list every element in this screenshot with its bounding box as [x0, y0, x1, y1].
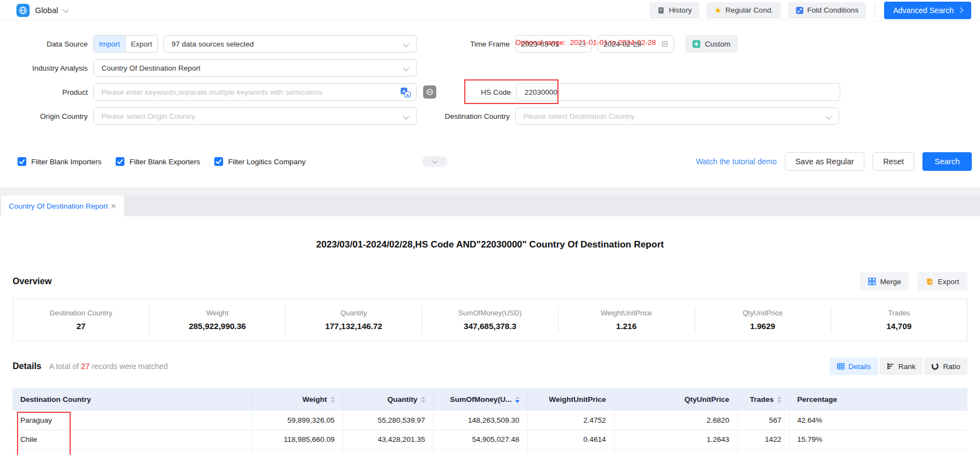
- reset-button[interactable]: Reset: [873, 152, 914, 171]
- cell-country[interactable]: Chile: [13, 430, 252, 449]
- table-header-row: Destination Country Weight Quantity SumO…: [13, 388, 967, 411]
- table-row-panama[interactable]: Panama 45,939,483.46 6,141,265.80 48,242…: [13, 449, 967, 455]
- tab-close-icon[interactable]: ×: [111, 201, 116, 211]
- product-label: Product: [0, 88, 88, 96]
- cell-country[interactable]: Paraguay: [13, 411, 252, 430]
- view-rank-label: Rank: [898, 362, 916, 371]
- col-sum-of-money[interactable]: SumOfMoney(U...: [433, 388, 527, 411]
- fold-conditions-label: Fold Conditions: [807, 6, 859, 14]
- row-data-source: Data Source Import Export 97 data source…: [0, 35, 980, 53]
- checkbox-checked-icon[interactable]: [116, 157, 124, 166]
- stat-value: 285,922,990.36: [189, 321, 246, 331]
- import-export-toggle: Import Export: [93, 35, 158, 53]
- tutorial-demo-link[interactable]: Watch the tutorial demo: [696, 157, 777, 166]
- region-selector-label[interactable]: Global: [35, 6, 58, 15]
- rank-bars-icon: [887, 362, 894, 370]
- globe-icon[interactable]: [16, 4, 30, 17]
- cell-weight: 45,939,483.46: [252, 449, 343, 455]
- cell-percentage: 13.88%: [789, 449, 967, 455]
- sort-icon[interactable]: [421, 396, 425, 403]
- cell-qty-unit-price: 1.2643: [614, 430, 737, 449]
- save-as-regular-button[interactable]: Save as Regular: [785, 152, 864, 171]
- filter-blank-importers-checkbox[interactable]: Filter Blank Importers: [18, 157, 101, 166]
- stat-label: WeightUnitPrice: [601, 309, 652, 317]
- view-rank-button[interactable]: Rank: [880, 358, 923, 375]
- origin-country-select[interactable]: Please select Origin Country: [93, 107, 417, 125]
- cell-weight: 59,899,326.05: [252, 411, 343, 430]
- filter-blank-exporters-checkbox[interactable]: Filter Blank Exporters: [116, 157, 200, 166]
- ratio-donut-icon: [931, 362, 939, 370]
- search-button[interactable]: Search: [922, 152, 972, 171]
- cell-sum-of-money: 148,263,509.30: [433, 411, 527, 430]
- chevron-down-icon: [403, 41, 409, 47]
- time-frame-start[interactable]: [515, 35, 592, 53]
- cell-quantity: 6,141,265.80: [343, 449, 433, 455]
- view-ratio-button[interactable]: Ratio: [924, 358, 967, 375]
- history-button[interactable]: History: [649, 2, 699, 19]
- col-weight[interactable]: Weight: [252, 388, 343, 411]
- tab-strip: Country Of Destination Report ×: [0, 195, 980, 216]
- advanced-search-button[interactable]: Advanced Search: [884, 2, 971, 19]
- cell-sum-of-money: 48,242,978.56: [433, 449, 527, 455]
- stat-weight: Weight 285,922,990.36: [149, 307, 286, 333]
- checkbox-checked-icon[interactable]: [18, 157, 26, 166]
- destination-country-select[interactable]: Please select Destination Country: [515, 107, 839, 125]
- view-details-button[interactable]: Details: [830, 358, 878, 375]
- view-switcher: Details Rank Ratio: [830, 358, 967, 375]
- star-icon: ★: [714, 6, 721, 14]
- table-row-paraguay[interactable]: Paraguay 59,899,326.05 55,280,539.97 148…: [13, 411, 967, 430]
- cell-country[interactable]: Panama: [13, 449, 252, 455]
- data-sources-select[interactable]: 97 data sources selected: [163, 35, 417, 53]
- table-row-chile[interactable]: Chile 118,985,660.09 43,428,201.35 54,90…: [13, 430, 967, 449]
- custom-range-button[interactable]: Custom: [685, 35, 738, 53]
- divider: [875, 4, 875, 17]
- col-trades[interactable]: Trades: [737, 388, 789, 411]
- merge-grid-icon: [868, 278, 876, 285]
- stat-value: 347,685,378.3: [464, 321, 516, 331]
- export-label: Export: [938, 278, 959, 286]
- cell-quantity: 43,428,201.35: [343, 430, 433, 449]
- export-toggle[interactable]: Export: [126, 36, 158, 52]
- origin-country-placeholder: Please select Origin Country: [101, 112, 195, 120]
- merge-button[interactable]: Merge: [860, 272, 909, 291]
- stat-label: Trades: [888, 309, 910, 317]
- chevron-down-icon: [825, 113, 831, 119]
- time-frame-end[interactable]: [597, 35, 674, 53]
- data-source-label: Data Source: [0, 40, 88, 48]
- sort-icon[interactable]: [331, 396, 335, 403]
- merge-label: Merge: [880, 278, 901, 286]
- product-input[interactable]: [94, 84, 416, 100]
- collapse-filters-button[interactable]: [422, 156, 447, 167]
- overview-header: Overview Merge Export: [13, 272, 967, 291]
- tab-country-of-destination-report[interactable]: Country Of Destination Report ×: [1, 195, 124, 216]
- tab-label: Country Of Destination Report: [9, 202, 108, 210]
- import-toggle[interactable]: Import: [94, 36, 126, 52]
- sort-icon-active-desc[interactable]: [515, 396, 520, 403]
- view-details-label: Details: [848, 362, 871, 371]
- industry-analysis-value: Country Of Destination Report: [101, 64, 201, 72]
- exclude-circle-icon[interactable]: [423, 85, 436, 99]
- chevron-down-icon: [432, 158, 437, 164]
- time-frame-end-input[interactable]: [603, 40, 658, 48]
- hs-code-input[interactable]: [516, 83, 840, 101]
- records-matched-text: A total of27records were matched: [49, 362, 168, 371]
- stat-label: Destination Country: [50, 309, 112, 317]
- stat-value: 14,709: [886, 321, 911, 331]
- time-frame-start-input[interactable]: [521, 40, 576, 48]
- export-button[interactable]: Export: [918, 272, 967, 291]
- matched-prefix: A total of: [49, 362, 78, 371]
- sort-icon[interactable]: [777, 396, 782, 403]
- chevron-down-icon[interactable]: [62, 6, 69, 12]
- col-quantity[interactable]: Quantity: [343, 388, 433, 411]
- industry-analysis-select[interactable]: Country Of Destination Report: [93, 59, 417, 77]
- stat-label: SumOfMoney(USD): [458, 309, 522, 317]
- translate-icon[interactable]: Aa: [400, 87, 412, 101]
- product-input-wrap: Aa: [93, 83, 417, 101]
- checkbox-checked-icon[interactable]: [214, 157, 223, 166]
- filter-logitics-company-checkbox[interactable]: Filter Logitics Company: [214, 157, 305, 166]
- regular-cond-button[interactable]: ★ Regular Cond.: [706, 2, 781, 19]
- destination-country-label: Destination Country: [417, 112, 510, 120]
- overview-stats-bar: Destination Country 27 Weight 285,922,99…: [13, 298, 967, 341]
- fold-conditions-button[interactable]: Fold Conditions: [788, 2, 867, 19]
- cell-qty-unit-price: 2.6820: [614, 411, 737, 430]
